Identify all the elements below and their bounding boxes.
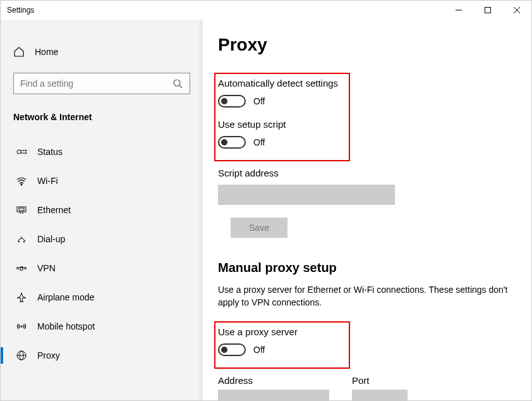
manual-section-desc: Use a proxy server for Ethernet or Wi-Fi…: [218, 284, 509, 309]
home-label: Home: [35, 47, 58, 57]
sidebar-item-airplane[interactable]: Airplane mode: [13, 283, 190, 312]
svg-rect-12: [17, 207, 26, 212]
highlight-box-manual: Use a proxy server Off: [214, 321, 350, 369]
svg-point-20: [25, 268, 27, 269]
sidebar-item-ethernet[interactable]: Ethernet: [13, 195, 190, 225]
auto-detect-label: Automatically detect settings: [218, 78, 346, 89]
sidebar-item-label: Dial-up: [37, 234, 65, 244]
svg-point-10: [25, 152, 27, 154]
use-proxy-toggle-row: Off: [218, 343, 346, 356]
setup-script-toggle[interactable]: [218, 136, 246, 149]
sidebar-item-label: Ethernet: [37, 205, 71, 215]
svg-rect-13: [19, 208, 24, 211]
titlebar: Settings: [1, 1, 531, 20]
svg-point-22: [21, 326, 22, 327]
sidebar-item-dialup[interactable]: Dial-up: [13, 225, 190, 254]
highlight-box-auto: Automatically detect settings Off Use se…: [214, 73, 350, 161]
svg-point-16: [18, 241, 20, 242]
sidebar-item-label: VPN: [37, 263, 56, 273]
airplane-icon: [16, 292, 27, 303]
wifi-icon: [16, 175, 27, 187]
setup-script-state: Off: [253, 137, 265, 147]
setup-script-toggle-row: Off: [218, 136, 346, 149]
minimize-button[interactable]: [444, 1, 473, 20]
vpn-icon: [16, 262, 27, 274]
use-proxy-state: Off: [253, 345, 265, 355]
svg-point-17: [23, 241, 25, 242]
status-icon: [16, 146, 27, 157]
sidebar-item-hotspot[interactable]: Mobile hotspot: [13, 312, 190, 341]
ethernet-icon: [16, 204, 27, 216]
hotspot-icon: [16, 321, 27, 332]
proxy-icon: [16, 350, 27, 361]
svg-point-9: [25, 150, 27, 151]
home-nav[interactable]: Home: [13, 36, 190, 68]
address-port-row: Address Port: [218, 375, 516, 400]
category-title: Network & Internet: [13, 112, 190, 122]
page-title: Proxy: [218, 35, 516, 55]
sidebar: Home Network & Internet Status Wi-Fi: [1, 20, 203, 400]
auto-detect-state: Off: [253, 96, 265, 106]
address-input[interactable]: [218, 390, 329, 400]
search-box[interactable]: [13, 73, 190, 94]
use-proxy-toggle[interactable]: [218, 343, 246, 356]
svg-point-19: [17, 268, 19, 269]
auto-detect-toggle[interactable]: [218, 95, 246, 108]
port-label: Port: [352, 375, 408, 386]
script-address-label: Script address: [218, 168, 516, 178]
titlebar-controls: [444, 1, 531, 20]
close-button[interactable]: [502, 1, 531, 20]
sidebar-item-wifi[interactable]: Wi-Fi: [13, 166, 190, 195]
search-input[interactable]: [20, 78, 172, 89]
sidebar-item-label: Wi-Fi: [37, 176, 58, 186]
dialup-icon: [16, 233, 27, 245]
sidebar-item-status[interactable]: Status: [13, 137, 190, 166]
maximize-button[interactable]: [473, 1, 502, 20]
main-content: Proxy Automatically detect settings Off …: [203, 20, 531, 400]
svg-rect-21: [20, 268, 23, 270]
search-icon: [172, 78, 183, 89]
port-input[interactable]: [352, 390, 408, 400]
sidebar-item-vpn[interactable]: VPN: [13, 254, 190, 283]
setup-script-label: Use setup script: [218, 119, 346, 130]
sidebar-item-label: Proxy: [37, 350, 60, 361]
sidebar-item-label: Mobile hotspot: [37, 321, 95, 331]
auto-detect-toggle-row: Off: [218, 95, 346, 108]
manual-section-title: Manual proxy setup: [218, 261, 516, 275]
svg-point-6: [17, 150, 21, 154]
sidebar-item-label: Status: [37, 147, 63, 157]
svg-point-11: [21, 184, 22, 185]
sidebar-item-proxy[interactable]: Proxy: [13, 341, 190, 370]
save-button: Save: [231, 218, 287, 238]
home-icon: [13, 46, 25, 58]
address-label: Address: [218, 375, 329, 386]
svg-point-4: [174, 80, 180, 86]
svg-line-5: [179, 85, 182, 88]
sidebar-item-label: Airplane mode: [37, 292, 94, 302]
script-address-input[interactable]: [218, 185, 395, 205]
svg-rect-1: [485, 8, 491, 13]
use-proxy-label: Use a proxy server: [218, 326, 346, 337]
window-title: Settings: [7, 6, 34, 15]
